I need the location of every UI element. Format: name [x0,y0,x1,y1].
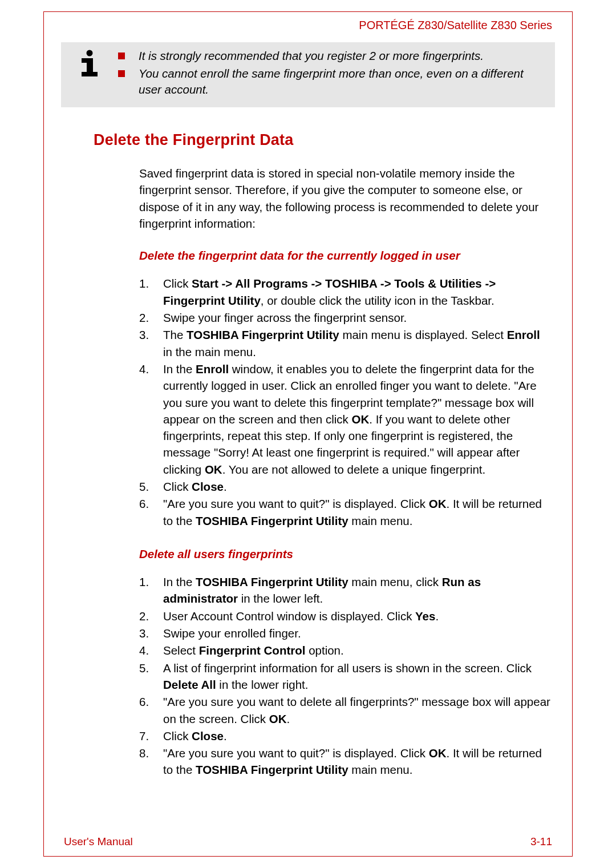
step-item: Click Close. [139,728,552,744]
step-item: In the TOSHIBA Fingerprint Utility main … [139,574,552,607]
step-text: Swipe your finger across the fingerprint… [163,309,552,326]
step-item: In the Enroll window, it enables you to … [139,361,552,478]
step-item: The TOSHIBA Fingerprint Utility main men… [139,326,552,360]
footer-right: 3-11 [530,835,552,848]
step-text: Click Close. [163,478,552,495]
step-item: "Are you sure you want to quit?" is disp… [139,745,552,778]
step-text: "Are you sure you want to delete all fin… [163,693,552,727]
step-item: "Are you sure you want to delete all fin… [139,693,552,727]
info-callout: It is strongly recommended that you regi… [61,42,555,107]
step-item: Click Start -> All Programs -> TOSHIBA -… [139,275,552,309]
steps-list-all-users: In the TOSHIBA Fingerprint Utility main … [139,574,552,778]
step-text: In the Enroll window, it enables you to … [163,361,552,478]
bullet-icon [118,53,125,59]
steps-list-current-user: Click Start -> All Programs -> TOSHIBA -… [139,275,552,529]
footer-left: User's Manual [64,835,133,848]
info-bullet: It is strongly recommended that you regi… [118,48,547,64]
step-text: "Are you sure you want to quit?" is disp… [163,495,552,529]
step-text: Select Fingerprint Control option. [163,642,552,659]
info-bullet-text: You cannot enroll the same fingerprint m… [139,66,547,98]
page-footer: User's Manual 3-11 [64,835,552,848]
step-text: In the TOSHIBA Fingerprint Utility main … [163,574,552,607]
step-item: Swipe your enrolled finger. [139,625,552,641]
step-text: "Are you sure you want to quit?" is disp… [163,745,552,778]
step-item: Select Fingerprint Control option. [139,642,552,659]
intro-paragraph: Saved fingerprint data is stored in spec… [139,165,552,232]
step-item: Click Close. [139,478,552,495]
step-text: User Account Control window is displayed… [163,608,552,624]
info-bullet: You cannot enroll the same fingerprint m… [118,66,547,98]
info-bullet-text: It is strongly recommended that you regi… [139,48,484,64]
info-icon [61,48,118,76]
svg-point-0 [87,50,93,56]
section-heading: Delete the Fingerprint Data [94,131,552,149]
step-text: The TOSHIBA Fingerprint Utility main men… [163,326,552,360]
page-header: PORTÉGÉ Z830/Satellite Z830 Series [64,19,552,32]
info-bullet-list: It is strongly recommended that you regi… [118,48,547,99]
step-item: Swipe your finger across the fingerprint… [139,309,552,326]
step-text: Click Start -> All Programs -> TOSHIBA -… [163,275,552,309]
svg-rect-2 [87,58,93,74]
step-text: A list of fingerprint information for al… [163,660,552,693]
subsection-heading: Delete all users fingerprints [139,547,552,561]
step-item: A list of fingerprint information for al… [139,660,552,693]
bullet-icon [118,70,125,77]
subsection-heading: Delete the fingerprint data for the curr… [139,249,552,263]
svg-rect-3 [82,72,98,76]
step-item: "Are you sure you want to quit?" is disp… [139,495,552,529]
document-page: PORTÉGÉ Z830/Satellite Z830 Series It is… [43,11,573,857]
step-text: Swipe your enrolled finger. [163,625,552,641]
step-text: Click Close. [163,728,552,744]
step-item: User Account Control window is displayed… [139,608,552,624]
